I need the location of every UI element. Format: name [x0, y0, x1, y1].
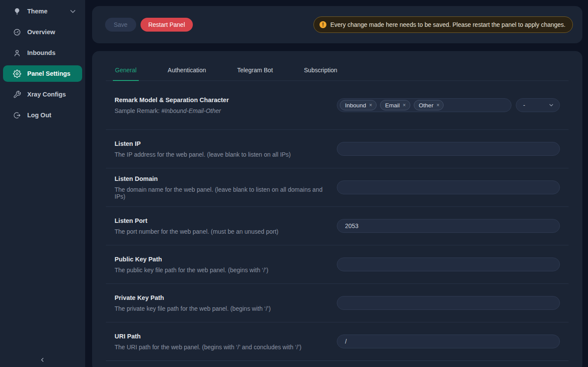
form-row-public-key-path: Public Key Path The public key file path…: [106, 245, 569, 284]
listen-ip-input[interactable]: [337, 142, 560, 156]
row-subtitle: The IP address for the web panel. (leave…: [115, 151, 328, 158]
lightbulb-icon: [13, 7, 21, 16]
logout-icon: [13, 111, 21, 119]
warning-icon: !: [320, 21, 326, 28]
row-subtitle: The public key file path for the web pan…: [115, 267, 328, 274]
tag-remove-icon[interactable]: ×: [403, 103, 406, 108]
row-controls: [337, 219, 560, 233]
remark-model-multiselect[interactable]: Inbound× Email× Other×: [337, 98, 511, 112]
tab-authentication[interactable]: Authentication: [166, 61, 208, 81]
tag-remove-icon[interactable]: ×: [436, 103, 439, 108]
row-title: URI Path: [115, 333, 328, 340]
sidebar-item-overview[interactable]: Overview: [3, 24, 82, 40]
form-row-remark-model: Remark Model & Separation Character Samp…: [106, 81, 569, 130]
sidebar-item-label: Xray Configs: [27, 91, 66, 98]
sidebar-collapse-button[interactable]: [0, 353, 85, 366]
sidebar: Theme Overview Inbounds Panel Settings X…: [0, 0, 85, 367]
tab-subscription[interactable]: Subscription: [302, 61, 339, 81]
row-title: Listen IP: [115, 140, 328, 147]
form-row-listen-ip: Listen IP The IP address for the web pan…: [106, 130, 569, 168]
tag-label: Email: [385, 102, 400, 109]
dashboard-icon: [13, 28, 21, 36]
row-labels: Listen IP The IP address for the web pan…: [115, 140, 337, 158]
row-labels: Public Key Path The public key file path…: [115, 256, 337, 274]
subtitle-sample: #Inbound-Email-Other: [161, 107, 221, 114]
form-row-uri-path: URI Path The URI path for the web panel.…: [106, 322, 569, 361]
sidebar-item-label: Panel Settings: [27, 70, 70, 77]
form-row-listen-port: Listen Port The port number for the web …: [106, 207, 569, 245]
private-key-path-input[interactable]: [337, 296, 560, 310]
row-labels: Listen Domain The domain name for the we…: [115, 175, 337, 200]
sidebar-item-panel-settings[interactable]: Panel Settings: [3, 65, 82, 82]
chevron-down-icon: [548, 102, 554, 108]
row-controls: [337, 296, 560, 310]
sidebar-item-theme[interactable]: Theme: [3, 3, 82, 19]
row-title: Remark Model & Separation Character: [115, 97, 328, 103]
row-subtitle: The port number for the web panel. (must…: [115, 228, 328, 235]
tag-remove-icon[interactable]: ×: [369, 103, 372, 108]
row-title: Private Key Path: [115, 294, 328, 301]
tab-general[interactable]: General: [113, 61, 139, 81]
row-title: Listen Port: [115, 217, 328, 224]
sidebar-item-label: Log Out: [27, 112, 51, 119]
main-area: Save Restart Panel ! Every change made h…: [85, 0, 588, 367]
gear-icon: [13, 70, 21, 78]
panel-settings-card: General Authentication Telegram Bot Subs…: [92, 51, 582, 367]
row-subtitle: The domain name for the web panel. (leav…: [115, 186, 328, 200]
tag-label: Other: [419, 102, 434, 109]
restart-panel-button[interactable]: Restart Panel: [141, 18, 193, 32]
sidebar-item-log-out[interactable]: Log Out: [3, 107, 82, 123]
row-subtitle: The URI path for the web panel. (begins …: [115, 344, 328, 351]
row-labels: Listen Port The port number for the web …: [115, 217, 337, 235]
action-toolbar: Save Restart Panel ! Every change made h…: [92, 6, 582, 43]
sidebar-item-inbounds[interactable]: Inbounds: [3, 45, 82, 61]
sidebar-item-xray-configs[interactable]: Xray Configs: [3, 86, 82, 103]
wrench-icon: [13, 90, 21, 99]
chevron-left-icon: [39, 357, 46, 363]
row-subtitle: Sample Remark: #Inbound-Email-Other: [115, 107, 328, 114]
uri-path-input[interactable]: [337, 335, 560, 348]
listen-port-input[interactable]: [337, 219, 560, 233]
tag-label: Inbound: [345, 102, 366, 109]
user-icon: [13, 49, 21, 57]
separation-character-select[interactable]: -: [516, 98, 560, 112]
restart-warning-alert: ! Every change made here needs to be sav…: [313, 16, 573, 33]
sidebar-item-label: Theme: [27, 8, 48, 15]
form-row-listen-domain: Listen Domain The domain name for the we…: [106, 168, 569, 207]
public-key-path-input[interactable]: [337, 258, 560, 271]
subtitle-prefix: Sample Remark:: [115, 107, 161, 114]
row-labels: Private Key Path The private key file pa…: [115, 294, 337, 312]
row-title: Public Key Path: [115, 256, 328, 263]
row-controls: [337, 335, 560, 348]
row-controls: [337, 258, 560, 271]
form-row-private-key-path: Private Key Path The private key file pa…: [106, 284, 569, 322]
row-controls: [337, 180, 560, 194]
row-subtitle: The private key file path for the web pa…: [115, 305, 328, 312]
warning-text: Every change made here needs to be saved…: [330, 21, 566, 28]
tag-email: Email×: [380, 100, 410, 110]
card-inner: General Authentication Telegram Bot Subs…: [106, 51, 569, 361]
row-controls: Inbound× Email× Other× -: [337, 98, 560, 112]
sidebar-item-label: Inbounds: [27, 49, 55, 56]
row-controls: [337, 142, 560, 156]
row-title: Listen Domain: [115, 175, 328, 182]
listen-domain-input[interactable]: [337, 180, 560, 194]
tag-other: Other×: [414, 100, 444, 110]
tag-inbound: Inbound×: [340, 100, 377, 110]
row-labels: URI Path The URI path for the web panel.…: [115, 333, 337, 351]
sidebar-item-label: Overview: [27, 29, 55, 35]
settings-tabs: General Authentication Telegram Bot Subs…: [106, 51, 569, 81]
select-value: -: [523, 102, 525, 109]
chevron-down-icon: [69, 7, 77, 16]
row-labels: Remark Model & Separation Character Samp…: [115, 97, 337, 114]
tab-telegram-bot[interactable]: Telegram Bot: [235, 61, 275, 81]
save-button[interactable]: Save: [105, 18, 136, 32]
